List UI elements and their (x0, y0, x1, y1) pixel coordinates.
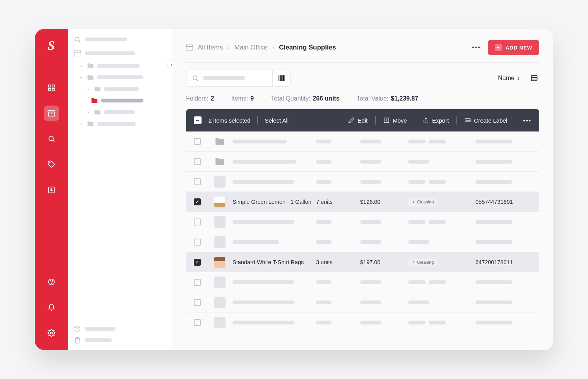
folder-icon (87, 120, 94, 127)
chevron-right-icon: › (79, 121, 84, 127)
item-thumb (214, 196, 226, 208)
export-icon (423, 117, 429, 123)
main-search-input[interactable] (203, 76, 245, 80)
search-icon (192, 75, 199, 82)
folder-icon (94, 85, 101, 92)
item-thumb (214, 317, 226, 328)
svg-point-8 (51, 283, 51, 284)
export-button[interactable]: Export (423, 117, 449, 124)
breadcrumb-root[interactable]: All Items (198, 44, 223, 51)
chevron-right-icon: › (85, 86, 91, 92)
table-row[interactable] (186, 172, 539, 192)
chevron-right-icon: › (79, 63, 84, 69)
select-all-button[interactable]: Select All (265, 117, 289, 124)
item-price: $126.00 (360, 199, 407, 205)
stats-row: Folders:2 Items:9 Total Quantity:266 uni… (186, 95, 539, 102)
select-all-checkbox[interactable] (194, 116, 202, 124)
row-checkbox[interactable] (194, 219, 201, 225)
view-list-button[interactable] (529, 73, 539, 83)
main-content: All Items › Main Office › Cleaning Suppl… (172, 29, 553, 350)
svg-point-4 (49, 136, 53, 141)
tree-root-label[interactable] (85, 51, 135, 55)
svg-rect-1 (52, 85, 54, 87)
row-checkbox[interactable] (194, 178, 201, 185)
tree-trash[interactable] (74, 337, 166, 344)
selection-count: 2 items selected (209, 117, 250, 124)
nav-help[interactable] (44, 274, 59, 290)
table-row[interactable] (186, 131, 539, 152)
barcode-button[interactable] (272, 70, 290, 86)
main-search (186, 70, 291, 87)
table-row[interactable] (186, 272, 539, 292)
item-qty: 3 units (316, 259, 359, 265)
sort-dropdown[interactable]: Name ↓ (498, 75, 520, 82)
row-checkbox[interactable]: ✓ (194, 198, 201, 205)
row-checkbox[interactable] (194, 299, 201, 306)
item-name: Standard White T-Shirt Rags (232, 259, 315, 265)
box-icon (74, 50, 81, 57)
move-icon (383, 117, 390, 123)
row-checkbox[interactable] (194, 239, 201, 246)
table-row[interactable]: ✓ Standard White T-Shirt Rags 3 units $1… (186, 252, 539, 272)
row-checkbox[interactable] (194, 138, 201, 145)
tree-item[interactable]: › (68, 60, 172, 72)
create-label-button[interactable]: Create Label (465, 117, 507, 124)
row-checkbox[interactable] (194, 158, 201, 165)
svg-rect-14 (280, 75, 280, 81)
nav-search[interactable] (44, 131, 59, 147)
row-checkbox[interactable]: ✓ (194, 259, 201, 266)
tree-item[interactable]: › (68, 83, 172, 95)
row-checkbox[interactable] (194, 319, 201, 326)
more-button[interactable]: ••• (472, 44, 481, 51)
table-row[interactable] (186, 152, 539, 172)
table-row[interactable] (186, 292, 539, 312)
svg-point-10 (75, 37, 79, 41)
sort-label: Name (498, 75, 514, 82)
nav-tags[interactable] (44, 157, 59, 172)
tree-item[interactable]: › (68, 118, 172, 130)
folder-icon (214, 156, 226, 167)
tree-item[interactable]: › (68, 106, 172, 118)
tree-item-active[interactable] (68, 95, 172, 106)
arrow-down-icon: ↓ (517, 75, 520, 82)
item-thumb (214, 256, 226, 268)
box-icon (186, 44, 193, 51)
svg-rect-16 (282, 75, 282, 81)
item-tag: ⚬Cleaning (408, 198, 437, 206)
move-button[interactable]: Move (383, 117, 407, 124)
tree-item[interactable]: › (68, 72, 172, 83)
collapse-tree-button[interactable]: ‹ (167, 60, 176, 69)
table-row[interactable] (186, 212, 539, 232)
table-row[interactable] (186, 312, 539, 329)
item-sku: 647200178011 (475, 259, 532, 265)
svg-rect-3 (52, 89, 54, 91)
chevron-down-icon: › (79, 75, 84, 80)
edit-button[interactable]: Edit (348, 117, 368, 124)
nav-dashboard[interactable] (44, 80, 59, 96)
svg-rect-17 (283, 75, 284, 81)
table-row[interactable]: ✓ Simple Green Lemon - 1 Gallon 7 units … (186, 192, 539, 212)
item-sku: 055744731601 (475, 199, 532, 205)
svg-rect-18 (284, 75, 285, 81)
selection-more-button[interactable]: ••• (523, 117, 532, 124)
search-icon (74, 36, 81, 43)
nav-reports[interactable] (44, 182, 59, 198)
item-thumb (214, 216, 226, 228)
table-row[interactable] (186, 232, 539, 252)
chevron-right-icon: › (227, 44, 230, 51)
trash-icon (74, 337, 81, 344)
item-qty: 7 units (316, 199, 359, 205)
tree-panel: › › › › › (68, 29, 172, 350)
nav-items[interactable] (44, 106, 59, 121)
row-checkbox[interactable] (194, 279, 201, 286)
tag-icon: ⚬ (412, 260, 415, 265)
nav-settings[interactable] (44, 325, 59, 341)
tree-search-input[interactable] (85, 38, 127, 41)
tree-history[interactable] (74, 325, 166, 332)
item-thumb (214, 277, 226, 288)
item-thumb (214, 236, 226, 248)
add-new-button[interactable]: + ADD NEW (488, 40, 539, 55)
breadcrumb-current: Cleaning Supplies (279, 44, 336, 51)
breadcrumb-mid[interactable]: Main Office (234, 44, 268, 51)
nav-notifications[interactable] (44, 300, 59, 315)
